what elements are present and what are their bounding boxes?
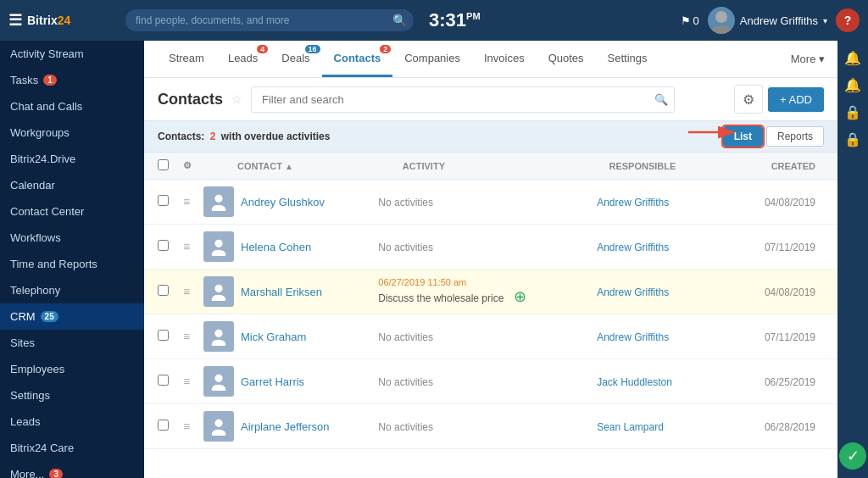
column-gear-icon[interactable]: ⚙ xyxy=(183,160,203,171)
responsible-link[interactable]: Jack Huddleston xyxy=(597,376,672,388)
contacts-header: Contacts ☆ 🔍 ⚙ + ADD xyxy=(144,78,837,121)
filter-search-input[interactable] xyxy=(251,86,675,113)
logo: ☰ Bitrix24 xyxy=(8,11,119,30)
responsible-link[interactable]: Andrew Griffiths xyxy=(597,331,669,343)
svg-point-10 xyxy=(214,330,222,337)
lock-alt-icon[interactable]: 🔒 xyxy=(841,127,865,151)
check-icon[interactable]: ✓ xyxy=(839,442,866,470)
contacts-tab-badge: 2 xyxy=(380,45,391,53)
sidebar-item-telephony[interactable]: Telephony xyxy=(0,277,144,303)
table-row: ≡ Helena Cohen No activities Andrew Grif… xyxy=(144,225,837,270)
contact-name-link[interactable]: Andrey Glushkov xyxy=(241,196,325,208)
row-checkbox[interactable] xyxy=(158,330,183,343)
sidebar-item-settings[interactable]: Settings xyxy=(0,382,144,409)
sidebar-item-more[interactable]: More... 3 xyxy=(0,461,144,478)
sidebar-item-time-reports[interactable]: Time and Reports xyxy=(0,251,144,277)
sidebar-item-activity-stream[interactable]: Activity Stream xyxy=(0,41,144,67)
sort-arrow-icon[interactable]: ▲ xyxy=(285,162,293,171)
sidebar-item-drive[interactable]: Bitrix24.Drive xyxy=(0,146,144,172)
row-menu-icon[interactable]: ≡ xyxy=(183,285,203,298)
sidebar: Activity Stream Tasks 1 Chat and Calls W… xyxy=(0,41,144,478)
created-cell: 07/11/2019 xyxy=(728,331,824,343)
row-menu-icon[interactable]: ≡ xyxy=(183,240,203,253)
row-menu-icon[interactable]: ≡ xyxy=(183,195,203,208)
tab-settings[interactable]: Settings xyxy=(596,42,659,77)
tab-companies[interactable]: Companies xyxy=(392,42,472,77)
responsible-cell: Andrew Griffiths xyxy=(597,286,728,298)
contact-name-link[interactable]: Helena Cohen xyxy=(241,241,311,253)
created-date-text: 07/11/2019 xyxy=(765,242,815,253)
row-checkbox[interactable] xyxy=(158,195,183,208)
chevron-down-icon: ▾ xyxy=(823,16,827,25)
flag-counter: ⚑0 xyxy=(681,14,699,27)
sidebar-item-chat-calls[interactable]: Chat and Calls xyxy=(0,93,144,119)
responsible-link[interactable]: Andrew Griffiths xyxy=(597,242,669,253)
help-button[interactable]: ? xyxy=(836,8,860,32)
no-activity-text: No activities xyxy=(378,376,433,388)
search-input[interactable] xyxy=(125,9,414,31)
tab-contacts[interactable]: Contacts 2 xyxy=(322,42,393,77)
contact-name-link[interactable]: Airplane Jefferson xyxy=(241,420,330,433)
select-all-checkbox[interactable] xyxy=(158,159,183,172)
contact-avatar xyxy=(203,366,234,397)
user-profile[interactable]: Andrew Griffiths ▾ xyxy=(708,7,827,34)
row-checkbox[interactable] xyxy=(158,285,183,298)
responsible-link[interactable]: Sean Lampard xyxy=(597,421,664,433)
sidebar-label: Chat and Calls xyxy=(10,100,82,113)
notification-bell-icon[interactable]: 🔔 xyxy=(841,46,865,69)
svg-point-13 xyxy=(212,385,226,391)
sidebar-label: Workflows xyxy=(10,231,61,244)
activity-message: Discuss the wholesale price ⊕ xyxy=(378,287,597,306)
column-settings-button[interactable]: ⚙ xyxy=(734,85,763,114)
tab-leads[interactable]: Leads 4 xyxy=(216,42,270,77)
svg-point-6 xyxy=(214,240,222,247)
sidebar-label: Bitrix24 Care xyxy=(10,442,74,454)
sidebar-item-crm[interactable]: CRM 25 xyxy=(0,303,144,330)
menu-icon[interactable]: ☰ xyxy=(8,11,22,30)
row-menu-icon[interactable]: ≡ xyxy=(183,330,203,343)
crm-tabs: Stream Leads 4 Deals 16 Contacts 2 Compa… xyxy=(144,41,837,78)
sidebar-item-tasks[interactable]: Tasks 1 xyxy=(0,67,144,93)
contact-avatar xyxy=(203,276,234,307)
notification-alt-icon[interactable]: 🔔 xyxy=(841,73,865,97)
contacts-toolbar: Contacts: 2 with overdue activities xyxy=(144,121,837,153)
tab-invoices[interactable]: Invoices xyxy=(472,42,537,77)
responsible-link[interactable]: Andrew Griffiths xyxy=(597,286,669,298)
overdue-count-text: Contacts: 2 with overdue activities xyxy=(158,131,723,142)
contact-name-link[interactable]: Mick Graham xyxy=(241,331,306,343)
list-view-button[interactable]: List xyxy=(723,126,763,147)
sidebar-item-workgroups[interactable]: Workgroups xyxy=(0,119,144,146)
contact-column-header: CONTACT ▲ xyxy=(203,161,403,171)
row-menu-icon[interactable]: ≡ xyxy=(183,420,203,433)
username: Andrew Griffiths xyxy=(740,14,818,27)
sidebar-item-workflows[interactable]: Workflows xyxy=(0,225,144,251)
sidebar-item-contact-center[interactable]: Contact Center xyxy=(0,198,144,225)
tab-deals[interactable]: Deals 16 xyxy=(270,42,321,77)
sidebar-item-leads[interactable]: Leads xyxy=(0,409,144,435)
created-cell: 04/08/2019 xyxy=(728,196,824,208)
sidebar-label: Settings xyxy=(10,389,50,402)
add-contact-button[interactable]: + ADD xyxy=(768,87,824,112)
reports-button[interactable]: Reports xyxy=(766,126,824,147)
tab-more[interactable]: More ▾ xyxy=(791,53,825,65)
table-row: ≡ Andrey Glushkov No activities Andrew G… xyxy=(144,180,837,225)
responsible-link[interactable]: Andrew Griffiths xyxy=(597,197,669,208)
row-checkbox[interactable] xyxy=(158,375,183,388)
sidebar-item-employees[interactable]: Employees xyxy=(0,356,144,382)
contact-name-link[interactable]: Garret Harris xyxy=(241,375,304,388)
responsible-column-header: RESPONSIBLE xyxy=(609,161,732,171)
row-menu-icon[interactable]: ≡ xyxy=(183,375,203,388)
tab-quotes[interactable]: Quotes xyxy=(537,42,596,77)
deals-tab-badge: 16 xyxy=(305,45,320,53)
sidebar-item-sites[interactable]: Sites xyxy=(0,330,144,356)
lock-icon[interactable]: 🔒 xyxy=(841,100,865,124)
row-checkbox[interactable] xyxy=(158,240,183,253)
contact-name-link[interactable]: Marshall Eriksen xyxy=(241,286,322,298)
tab-stream[interactable]: Stream xyxy=(157,42,216,77)
sidebar-item-bitrix24-care[interactable]: Bitrix24 Care xyxy=(0,435,144,461)
favorite-icon[interactable]: ☆ xyxy=(231,92,242,106)
add-activity-icon[interactable]: ⊕ xyxy=(514,288,526,305)
sidebar-label: Sites xyxy=(10,336,35,349)
sidebar-item-calendar[interactable]: Calendar xyxy=(0,172,144,198)
row-checkbox[interactable] xyxy=(158,420,183,433)
